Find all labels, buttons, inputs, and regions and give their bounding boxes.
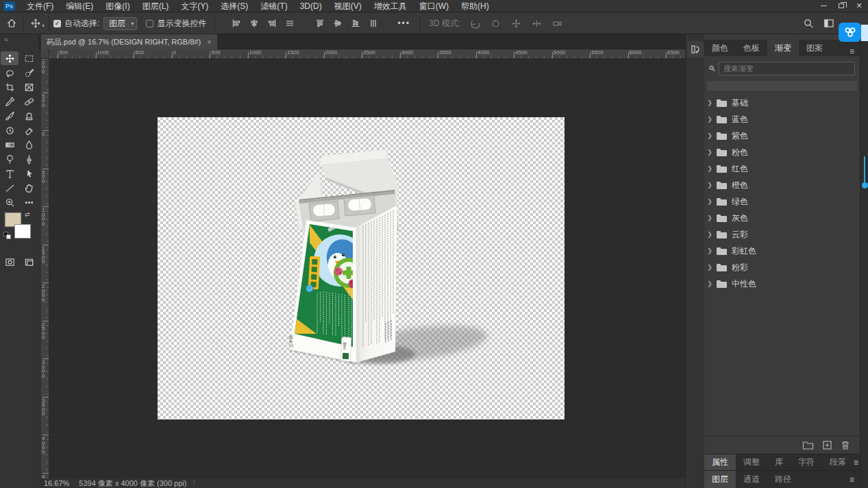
- ruler-corner[interactable]: [41, 49, 49, 59]
- panel-tab[interactable]: 图案: [799, 40, 830, 56]
- default-colors-icon[interactable]: [3, 232, 12, 240]
- screen-mode-button[interactable]: [20, 255, 38, 269]
- horizontal-ruler[interactable]: 5001000500050010001500200025003000350040…: [49, 49, 685, 59]
- gradient-group-row[interactable]: ❯ 绿色: [704, 193, 860, 210]
- swap-colors-icon[interactable]: ⇄: [25, 211, 30, 218]
- chevron-right-icon[interactable]: ❯: [704, 99, 715, 106]
- gradient-group-row[interactable]: ❯ 中性色: [704, 276, 860, 292]
- align-center-h-button[interactable]: [247, 16, 262, 31]
- panel-tab[interactable]: 图层: [704, 471, 736, 488]
- 3d-orbit-button[interactable]: [467, 16, 482, 31]
- show-transform-checkbox[interactable]: [146, 20, 153, 27]
- panel-menu-icon[interactable]: ≡: [850, 47, 860, 56]
- dodge-tool[interactable]: [1, 152, 18, 166]
- transparent-artboard[interactable]: 江中药 14袋: [158, 117, 565, 419]
- gradient-group-row[interactable]: ❯ 红色: [704, 160, 860, 177]
- eyedropper-tool[interactable]: [1, 95, 18, 108]
- baidu-netdisk-icon[interactable]: [839, 23, 861, 42]
- menu-item[interactable]: 编辑(E): [60, 0, 99, 12]
- distribute-h-button[interactable]: [282, 16, 297, 31]
- 3d-slide-button[interactable]: [529, 16, 544, 31]
- menu-item[interactable]: 增效工具: [368, 0, 413, 12]
- clone-stamp-tool[interactable]: [20, 109, 38, 123]
- chevron-right-icon[interactable]: ❯: [704, 182, 715, 188]
- gradient-tool[interactable]: [1, 138, 18, 151]
- gradient-group-row[interactable]: ❯ 紫色: [704, 127, 860, 144]
- panel-menu-icon[interactable]: ≡: [850, 475, 860, 485]
- line-tool[interactable]: [1, 181, 18, 195]
- chevron-right-icon[interactable]: ❯: [704, 280, 715, 287]
- menu-item[interactable]: 3D(D): [294, 0, 328, 12]
- more-options-button[interactable]: •••: [397, 19, 410, 28]
- close-button[interactable]: ✕: [850, 0, 868, 12]
- gradient-group-row[interactable]: ❯ 蓝色: [704, 111, 860, 127]
- menu-item[interactable]: 图层(L): [136, 0, 175, 12]
- document-tab[interactable]: 药品.psd @ 16.7% (DESIGN RIGHT, RGB/8#) ×: [41, 34, 217, 49]
- gradient-search-input[interactable]: [719, 62, 855, 75]
- panel-tab[interactable]: 色板: [736, 40, 767, 56]
- eraser-tool[interactable]: [20, 123, 38, 137]
- new-group-folder-icon[interactable]: [802, 440, 814, 450]
- gradient-group-row[interactable]: ❯ 彩虹色: [704, 243, 860, 259]
- menu-item[interactable]: 帮助(H): [455, 0, 495, 12]
- edit-toolbar[interactable]: [20, 195, 38, 209]
- healing-brush-tool[interactable]: [20, 95, 38, 108]
- lasso-tool[interactable]: [1, 66, 18, 80]
- crop-tool[interactable]: [1, 80, 18, 94]
- blur-tool[interactable]: [20, 138, 38, 151]
- chevron-right-icon[interactable]: ❯: [704, 165, 715, 172]
- workspace-button[interactable]: [821, 16, 836, 31]
- gradient-group-row[interactable]: ❯ 灰色: [704, 210, 860, 226]
- new-gradient-icon[interactable]: [822, 440, 832, 450]
- vertical-ruler[interactable]: 1 0 0 05 0 005 0 01 0 0 01 5 0 02 0 0 02…: [41, 59, 49, 478]
- home-button[interactable]: [4, 16, 19, 31]
- menu-item[interactable]: 选择(S): [214, 0, 254, 12]
- marquee-tool[interactable]: [20, 51, 38, 65]
- close-icon[interactable]: ×: [207, 38, 211, 46]
- auto-select-checkbox[interactable]: ✓: [53, 20, 61, 27]
- chevron-right-icon[interactable]: ❯: [704, 231, 715, 238]
- search-button[interactable]: [801, 16, 816, 31]
- collapse-toolbar-icon[interactable]: «: [4, 36, 8, 43]
- restore-button[interactable]: [832, 0, 850, 12]
- panel-tab[interactable]: 调整: [736, 454, 767, 471]
- align-middle-button[interactable]: [330, 16, 345, 31]
- distribute-v-button[interactable]: [366, 16, 381, 31]
- menu-item[interactable]: 滤镜(T): [254, 0, 293, 12]
- panel-tab[interactable]: 通道: [736, 471, 767, 488]
- quick-mask-button[interactable]: [1, 255, 18, 269]
- 3d-pan-button[interactable]: [508, 16, 523, 31]
- chevron-right-icon[interactable]: ❯: [704, 264, 715, 271]
- background-color-swatch[interactable]: [14, 224, 31, 239]
- gradient-group-row[interactable]: ❯ 橙色: [704, 177, 860, 193]
- zoom-tool[interactable]: [1, 195, 18, 209]
- panel-tab[interactable]: 字符: [791, 454, 822, 471]
- minimize-button[interactable]: [815, 0, 832, 12]
- align-bottom-button[interactable]: [348, 16, 363, 31]
- menu-item[interactable]: 窗口(W): [413, 0, 455, 12]
- chevron-right-icon[interactable]: ❯: [704, 215, 715, 221]
- move-tool-option-button[interactable]: [28, 16, 43, 31]
- chevron-right-icon[interactable]: ❯: [704, 149, 715, 156]
- align-left-button[interactable]: [229, 16, 244, 31]
- 3d-camera-button[interactable]: [549, 16, 565, 31]
- align-top-button[interactable]: [312, 16, 327, 31]
- path-select-tool[interactable]: [20, 167, 38, 180]
- panel-tab[interactable]: 颜色: [704, 40, 736, 56]
- panel-tab[interactable]: 路径: [767, 471, 799, 488]
- chevron-right-icon[interactable]: ❯: [704, 198, 715, 205]
- frame-tool[interactable]: [20, 80, 38, 94]
- gradient-group-row[interactable]: ❯ 粉色: [704, 144, 860, 160]
- hand-tool[interactable]: [20, 181, 38, 195]
- menu-item[interactable]: 文字(Y): [175, 0, 214, 12]
- brush-tool[interactable]: [1, 109, 18, 123]
- canvas-pasteboard[interactable]: 江中药 14袋: [49, 59, 685, 478]
- panel-tab[interactable]: 属性: [704, 454, 736, 471]
- recent-gradient-strip[interactable]: [707, 81, 857, 90]
- document-info[interactable]: 5394 像素 x 4000 像素 (300 ppi): [79, 478, 186, 488]
- menu-item[interactable]: 文件(F): [21, 0, 60, 12]
- auto-select-dropdown[interactable]: 图层 ▾: [103, 17, 137, 30]
- 3d-roll-button[interactable]: [488, 16, 503, 31]
- pen-tool[interactable]: [20, 152, 38, 166]
- gradient-group-row[interactable]: ❯ 基础: [704, 95, 860, 111]
